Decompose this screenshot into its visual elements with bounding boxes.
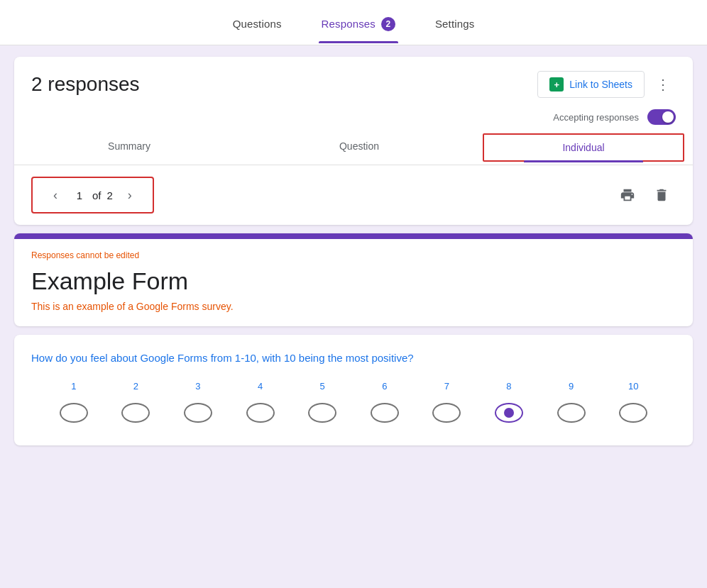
responses-actions: + Link to Sheets ⋮ (537, 71, 676, 98)
link-to-sheets-label: Link to Sheets (569, 79, 632, 90)
rating-label-1: 1 (60, 381, 88, 392)
more-options-button[interactable]: ⋮ (650, 72, 676, 97)
form-description: This is an example of a Google Forms sur… (31, 301, 676, 312)
rating-label-9: 9 (557, 381, 586, 392)
rating-label-3: 3 (184, 381, 212, 392)
accepting-row: Accepting responses (31, 109, 676, 125)
rating-label-7: 7 (432, 381, 461, 392)
responses-top-row: 2 responses + Link to Sheets ⋮ (31, 71, 676, 98)
responses-header: 2 responses + Link to Sheets ⋮ Accepting… (14, 57, 693, 125)
next-icon: › (128, 188, 132, 203)
toggle-thumb (662, 111, 674, 123)
prev-page-button[interactable]: ‹ (44, 184, 67, 206)
tab-settings[interactable]: Settings (432, 4, 477, 41)
tab-questions-label: Questions (233, 18, 282, 30)
rating-labels-row: 12345678910 (31, 381, 676, 392)
radio-option-5[interactable] (308, 403, 336, 423)
next-page-button[interactable]: › (119, 184, 141, 206)
responses-badge: 2 (381, 17, 395, 31)
responses-count: 2 responses (31, 73, 140, 96)
form-title: Example Form (31, 267, 676, 295)
pagination-box: ‹ 1 of 2 › (31, 177, 154, 213)
radio-option-8[interactable] (495, 403, 523, 423)
rating-label-6: 6 (371, 381, 399, 392)
print-button[interactable] (613, 181, 642, 209)
radio-option-1[interactable] (60, 403, 88, 423)
tab-individual[interactable]: Individual (484, 135, 683, 160)
individual-tab-label: Individual (562, 142, 604, 153)
delete-icon (654, 187, 669, 203)
rating-label-10: 10 (619, 381, 647, 392)
radio-option-10[interactable] (619, 403, 647, 423)
question-card: How do you feel about Google Forms from … (14, 335, 693, 445)
rating-options-row (31, 403, 676, 423)
rating-label-5: 5 (308, 381, 336, 392)
cannot-edit-notice: Responses cannot be edited (31, 250, 676, 260)
radio-option-2[interactable] (121, 403, 150, 423)
pagination-actions (613, 181, 676, 209)
radio-option-3[interactable] (184, 403, 212, 423)
sheets-plus-symbol: + (554, 79, 559, 90)
tab-summary[interactable]: Summary (14, 131, 244, 165)
tab-responses-label: Responses (322, 18, 376, 30)
radio-option-4[interactable] (246, 403, 275, 423)
radio-option-6[interactable] (371, 403, 399, 423)
toggle-track (647, 109, 676, 125)
main-content: 2 responses + Link to Sheets ⋮ Accepting… (0, 45, 707, 457)
accepting-label: Accepting responses (553, 112, 639, 123)
form-header: Responses cannot be edited Example Form … (14, 239, 693, 326)
form-preview-card: Responses cannot be edited Example Form … (14, 233, 693, 326)
pagination-row: ‹ 1 of 2 › (14, 165, 693, 225)
responses-card: 2 responses + Link to Sheets ⋮ Accepting… (14, 57, 693, 225)
tab-responses[interactable]: Responses 2 (319, 3, 398, 43)
top-nav: Questions Responses 2 Settings (0, 0, 707, 45)
rating-label-8: 8 (495, 381, 523, 392)
total-pages: 2 (107, 189, 113, 201)
view-tabs: Summary Question Individual (14, 131, 693, 165)
current-page: 1 (72, 189, 87, 201)
summary-tab-label: Summary (108, 140, 150, 152)
accepting-toggle[interactable] (647, 109, 676, 125)
prev-icon: ‹ (53, 188, 57, 203)
radio-option-7[interactable] (432, 403, 461, 423)
radio-option-9[interactable] (557, 403, 586, 423)
print-icon (620, 187, 635, 203)
of-label: of (92, 189, 102, 201)
individual-tab-box: Individual (483, 133, 684, 162)
question-text: How do you feel about Google Forms from … (31, 352, 676, 364)
tab-settings-label: Settings (435, 18, 474, 30)
link-to-sheets-button[interactable]: + Link to Sheets (537, 71, 645, 98)
individual-tab-wrapper: Individual (474, 131, 693, 165)
delete-button[interactable] (647, 181, 676, 209)
sheets-icon: + (549, 77, 564, 91)
rating-label-2: 2 (121, 381, 150, 392)
tab-questions[interactable]: Questions (230, 4, 285, 41)
more-icon: ⋮ (656, 76, 670, 93)
rating-label-4: 4 (246, 381, 275, 392)
question-tab-label: Question (339, 140, 379, 152)
tab-question[interactable]: Question (244, 131, 474, 165)
